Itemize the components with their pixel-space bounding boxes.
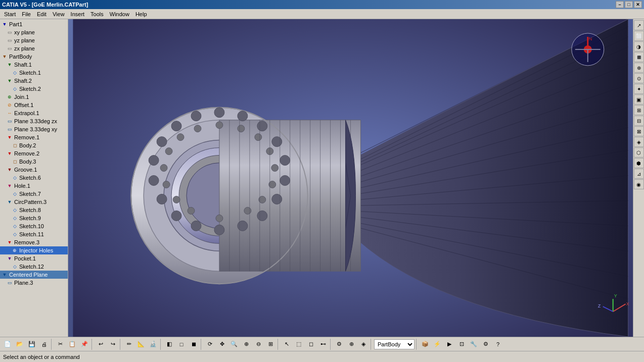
tree-item-plane33xy[interactable]: ▭ Plane 3.33deg xy bbox=[0, 125, 68, 133]
tb-shading[interactable]: ◼ bbox=[188, 339, 199, 350]
tree-item-xy[interactable]: ▭ xy plane bbox=[0, 28, 68, 36]
menu-window[interactable]: Window bbox=[107, 10, 132, 18]
tb-wireframe[interactable]: □ bbox=[176, 339, 187, 350]
rt-btn-15[interactable]: ⊿ bbox=[634, 169, 644, 179]
tree-item-shaft2[interactable]: ▼ Shaft.2 bbox=[0, 77, 68, 85]
tb-zoomout[interactable]: ⊖ bbox=[253, 339, 264, 350]
tree-item-zx[interactable]: ▭ zx plane bbox=[0, 44, 68, 53]
tree-item-sketch12[interactable]: ◇ Sketch.12 bbox=[0, 263, 68, 271]
tb-undo[interactable]: ↩ bbox=[95, 339, 106, 350]
tree-item-plane3[interactable]: ▭ Plane.3 bbox=[0, 279, 68, 287]
tb-pan[interactable]: ✥ bbox=[216, 339, 227, 350]
tb-settings[interactable]: ⚙ bbox=[480, 339, 491, 350]
tree-item-sketch9[interactable]: ◇ Sketch.9 bbox=[0, 214, 68, 222]
viewport[interactable]: N X Y Z bbox=[68, 19, 633, 337]
tb-surface[interactable]: ◈ bbox=[358, 339, 369, 350]
menu-help[interactable]: Help bbox=[132, 10, 150, 18]
tb-redo[interactable]: ↪ bbox=[107, 339, 118, 350]
rt-btn-2[interactable]: ⬜ bbox=[634, 31, 644, 41]
tree-item-part1[interactable]: ▼ Part1 bbox=[0, 20, 68, 28]
tree-item-sketch6[interactable]: ◇ Sketch.6 bbox=[0, 174, 68, 182]
tree-item-plane33zx[interactable]: ▭ Plane 3.33deg zx bbox=[0, 117, 68, 125]
tree-item-hole1[interactable]: ▼ Hole.1 bbox=[0, 182, 68, 190]
tree-item-sketch7[interactable]: ◇ Sketch.7 bbox=[0, 190, 68, 198]
tree-item-partbody[interactable]: ▼ PartBody bbox=[0, 53, 68, 61]
rt-btn-16[interactable]: ◉ bbox=[634, 179, 644, 189]
tb-macro[interactable]: ⚡ bbox=[432, 339, 443, 350]
tree-item-sketch8[interactable]: ◇ Sketch.8 bbox=[0, 206, 68, 214]
tb-constraints[interactable]: ⊷ bbox=[317, 339, 329, 350]
tb-catalog[interactable]: 📦 bbox=[420, 339, 431, 350]
tree-item-groove1[interactable]: ▼ Groove.1 bbox=[0, 166, 68, 174]
tree-item-join1[interactable]: ⊕ Join.1 bbox=[0, 93, 68, 101]
tb-dmu[interactable]: 🔧 bbox=[468, 339, 479, 350]
tree-item-sketch11[interactable]: ◇ Sketch.11 bbox=[0, 230, 68, 238]
rt-btn-8[interactable]: ▣ bbox=[634, 94, 644, 105]
tb-vba[interactable]: ▶ bbox=[444, 339, 455, 350]
tb-zoomin[interactable]: ⊕ bbox=[241, 339, 252, 350]
tree-item-remove3[interactable]: ▼ Remove.3 bbox=[0, 238, 68, 246]
tb-measure[interactable]: 📐 bbox=[135, 339, 147, 350]
minimize-button[interactable]: – bbox=[616, 1, 624, 8]
tree-item-body2[interactable]: ◻ Body.2 bbox=[0, 141, 68, 149]
tb-zoom[interactable]: 🔍 bbox=[228, 339, 240, 350]
partbody-dropdown[interactable]: PartBody bbox=[374, 339, 415, 349]
tree-item-offset1[interactable]: ⊘ Offset.1 bbox=[0, 101, 68, 109]
tb-copy[interactable]: 📋 bbox=[67, 339, 78, 350]
tb-cut[interactable]: ✂ bbox=[55, 339, 66, 350]
menu-file[interactable]: File bbox=[19, 10, 34, 18]
rt-btn-9[interactable]: ⊞ bbox=[634, 105, 644, 115]
menu-start[interactable]: Start bbox=[1, 10, 19, 18]
tree-item-shaft1[interactable]: ▼ Shaft.1 bbox=[0, 61, 68, 69]
tree-item-remove2[interactable]: ▼ Remove.2 bbox=[0, 149, 68, 158]
tb-analyze[interactable]: 🔬 bbox=[148, 339, 159, 350]
menu-edit[interactable]: Edit bbox=[34, 10, 50, 18]
tb-part[interactable]: ⚙ bbox=[334, 339, 345, 350]
extrapol1-icon: ↔ bbox=[6, 110, 13, 117]
tb-shade[interactable]: ◧ bbox=[164, 339, 175, 350]
menu-tools[interactable]: Tools bbox=[87, 10, 107, 18]
tb-open[interactable]: 📂 bbox=[14, 339, 25, 350]
injectorholes-icon: ⊕ bbox=[11, 247, 18, 254]
tb-3d[interactable]: ◻ bbox=[305, 339, 316, 350]
tree-item-centeredplane[interactable]: ▼ Centered Plane bbox=[0, 271, 68, 279]
tb-multisel[interactable]: ⬚ bbox=[293, 339, 304, 350]
tree-item-sketch1[interactable]: ◇ Sketch.1 bbox=[0, 69, 68, 77]
rt-btn-6[interactable]: ⊙ bbox=[634, 73, 644, 83]
tree-item-sketch10[interactable]: ◇ Sketch.10 bbox=[0, 222, 68, 230]
menu-insert[interactable]: Insert bbox=[68, 10, 88, 18]
tb-paste[interactable]: 📌 bbox=[79, 339, 90, 350]
rt-btn-3[interactable]: ◑ bbox=[634, 41, 644, 51]
rt-btn-10[interactable]: ⊟ bbox=[634, 116, 644, 126]
tb-new[interactable]: 📄 bbox=[2, 339, 13, 350]
tb-help[interactable]: ? bbox=[492, 339, 503, 350]
tb-snap[interactable]: ⊡ bbox=[456, 339, 467, 350]
rt-btn-12[interactable]: ◈ bbox=[634, 137, 644, 147]
tb-assembly[interactable]: ⊕ bbox=[346, 339, 357, 350]
tree-item-pocket1[interactable]: ▼ Pocket.1 bbox=[0, 254, 68, 263]
tb-print[interactable]: 🖨 bbox=[38, 339, 50, 350]
tb-fit[interactable]: ⊞ bbox=[265, 339, 276, 350]
rt-btn-11[interactable]: ⊠ bbox=[634, 126, 644, 136]
rt-btn-7[interactable]: ✦ bbox=[634, 84, 644, 94]
tb-sketch[interactable]: ✏ bbox=[123, 339, 134, 350]
maximize-button[interactable]: □ bbox=[625, 1, 633, 8]
tb-select[interactable]: ↖ bbox=[281, 339, 292, 350]
rt-btn-4[interactable]: 🔳 bbox=[634, 52, 644, 62]
rt-btn-1[interactable]: ↗ bbox=[634, 20, 644, 30]
rt-btn-5[interactable]: ⊕ bbox=[634, 63, 644, 73]
svg-point-65 bbox=[157, 137, 167, 147]
tree-item-sketch2[interactable]: ◇ Sketch.2 bbox=[0, 85, 68, 93]
tree-item-extrapol1[interactable]: ↔ Extrapol.1 bbox=[0, 109, 68, 117]
tree-item-yz[interactable]: ▭ yz plane bbox=[0, 36, 68, 44]
tree-item-injectorholes[interactable]: ⊕ Injector Holes bbox=[0, 246, 68, 254]
rt-btn-13[interactable]: ⬡ bbox=[634, 147, 644, 158]
tree-item-circpattern3[interactable]: ▼ CircPattern.3 bbox=[0, 198, 68, 206]
tree-item-remove1[interactable]: ▼ Remove.1 bbox=[0, 133, 68, 141]
tb-save[interactable]: 💾 bbox=[26, 339, 37, 350]
close-button[interactable]: ✕ bbox=[634, 1, 642, 8]
tb-rotate[interactable]: ⟳ bbox=[204, 339, 215, 350]
tree-item-body3[interactable]: ◻ Body.3 bbox=[0, 158, 68, 166]
menu-view[interactable]: View bbox=[50, 10, 68, 18]
rt-btn-14[interactable]: ⬢ bbox=[634, 158, 644, 168]
